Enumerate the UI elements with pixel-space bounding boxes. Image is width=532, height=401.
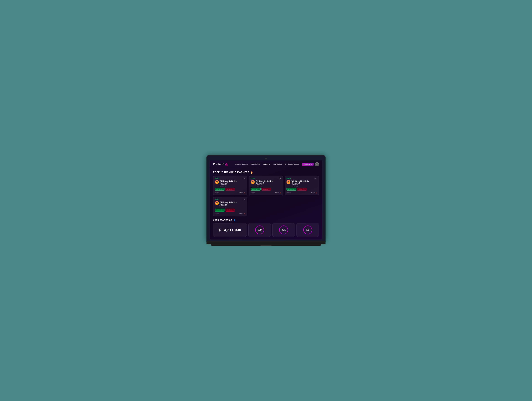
active-badge-4: Active: [215, 199, 219, 200]
stat-card-1: 130: [248, 223, 271, 237]
card-content-1: 🧑 Will Bitcoin Hit $100k In November? 4.…: [215, 180, 246, 187]
card-actions-1: 💬 412 🔖: [239, 192, 245, 194]
bet-yes-button-1[interactable]: Bet On Yes ↑: [215, 188, 225, 191]
stat-circle-3: 15: [303, 226, 312, 234]
stat-card-2: #21: [272, 223, 295, 237]
stats-icon: 👤: [233, 219, 236, 221]
card-volume-2: 4.89 ETH Vol: [256, 184, 281, 185]
card-actions-4: 💬 412 🔖: [239, 213, 245, 214]
market-card-3: Active ♡ 341 🧑 Will Bitcoin Hit $100k In…: [285, 176, 319, 195]
card-volume-4: 4.89 ETH Vol: [220, 205, 246, 206]
comment-icon-2: 💬: [275, 192, 277, 193]
camera: [266, 158, 266, 159]
bookmark-icon-4[interactable]: 🔖: [244, 213, 246, 214]
heart-icon-4: ♡: [242, 199, 243, 200]
logo-text: PredictS: [213, 163, 224, 166]
bet-no-button-1[interactable]: Bet On No ↓: [226, 188, 235, 191]
stat-circle-2: #21: [279, 226, 288, 234]
bet-yes-button-3[interactable]: Bet On Yes ↑: [286, 188, 296, 191]
card-header-3: Active ♡ 341: [286, 178, 317, 179]
card-footer-3: CRYPTO 💬 412 🔖: [286, 192, 317, 194]
market-card-2: Active ♡ 341 🧑 Will Bitcoin Hit $100k In…: [249, 176, 283, 195]
card-buttons-4: Bet On Yes ↑ Bet On No ↓: [215, 209, 246, 212]
comment-icon-4: 💬: [239, 213, 241, 214]
svg-point-2: [317, 163, 317, 164]
nav-links: CREATE MARKET DASHBOARD MARKETS PORTFOLI…: [235, 163, 299, 165]
card-info-4: Will Bitcoin Hit $100k In November? 4.89…: [220, 201, 246, 208]
nav-dashboard[interactable]: DASHBOARD: [251, 163, 260, 165]
bet-no-button-3[interactable]: Bet On No ↓: [297, 188, 307, 191]
heart-icon-1: ♡: [242, 178, 243, 179]
stats-title: USER STATISTICS 👤: [213, 219, 319, 221]
screen: PredictS CREATE MARKET DASHBOARD MARKETS…: [210, 160, 322, 239]
stat-card-total: $ 14,211,030: [213, 223, 247, 237]
card-footer-1: CRYPTO 💬 412 🔖: [215, 192, 246, 194]
wallet-button[interactable]: 0xA7g1/80Q...: [302, 163, 314, 166]
nav-markets[interactable]: MARKETS: [263, 163, 270, 165]
avatar-icon: [316, 163, 318, 165]
bet-no-button-4[interactable]: Bet On No ↓: [226, 209, 235, 212]
comment-count-2: 💬 412: [275, 192, 279, 193]
card-footer-2: CRYPTO 💬 412 🔖: [251, 192, 281, 194]
comment-icon-3: 💬: [311, 192, 313, 193]
stat-total-value: $ 14,211,030: [218, 228, 241, 232]
stat-card-3: 15: [297, 223, 319, 237]
markets-grid-bottom: Active ♡ 341 🧑 Will Bitcoin Hit $100k In…: [213, 197, 319, 216]
bet-no-button-2[interactable]: Bet On No ↓: [261, 188, 271, 191]
navigation: PredictS CREATE MARKET DASHBOARD MARKETS…: [210, 160, 322, 168]
market-card-1: Active ♡ 341 🧑 Will Bitcoin Hit $100k In…: [213, 176, 247, 195]
stats-grid: $ 14,211,030 130 #21: [213, 223, 319, 237]
card-info-2: Will Bitcoin Hit $100k In November? 4.89…: [256, 180, 281, 187]
bookmark-icon-3[interactable]: 🔖: [316, 192, 317, 194]
bookmark-icon-2[interactable]: 🔖: [279, 192, 281, 194]
card-title-1: Will Bitcoin Hit $100k In November?: [220, 180, 246, 184]
comment-count-4: 💬 412: [239, 213, 243, 214]
card-title-3: Will Bitcoin Hit $100k In November?: [291, 180, 317, 184]
heart-icon-2: ♡: [278, 178, 279, 179]
card-actions-2: 💬 412 🔖: [275, 192, 281, 194]
card-volume-3: 4.89 ETH Vol: [291, 184, 317, 185]
comment-count-3: 💬 412: [311, 192, 315, 193]
markets-grid-top: Active ♡ 341 🧑 Will Bitcoin Hit $100k In…: [213, 176, 319, 195]
nav-create-market[interactable]: CREATE MARKET: [235, 163, 248, 165]
laptop-container: PredictS CREATE MARKET DASHBOARD MARKETS…: [206, 155, 326, 246]
active-badge-1: Active: [215, 178, 219, 179]
bookmark-icon-1[interactable]: 🔖: [244, 192, 246, 194]
card-category-1: CRYPTO: [215, 192, 219, 193]
card-volume-1: 4.89 ETH Vol: [220, 184, 246, 185]
card-category-4: CRYPTO: [215, 213, 219, 214]
trending-section-title: RECENT TRENDING MARKETS 🔥: [213, 171, 319, 174]
heart-icon-3: ♡: [314, 178, 315, 179]
card-buttons-1: Bet On Yes ↑ Bet On No ↓: [215, 188, 246, 191]
like-count-2: ♡ 341: [278, 178, 281, 179]
card-volume-usd-3: ($554,874.86): [291, 186, 317, 187]
card-info-3: Will Bitcoin Hit $100k In November? 4.89…: [291, 180, 317, 187]
market-card-4: Active ♡ 341 🧑 Will Bitcoin Hit $100k In…: [213, 197, 247, 216]
avatar[interactable]: [315, 162, 319, 166]
card-avatar-4: 🧑: [215, 201, 219, 205]
bet-yes-button-2[interactable]: Bet On Yes ↑: [251, 188, 261, 191]
card-title-2: Will Bitcoin Hit $100k In November?: [256, 180, 281, 184]
card-header-2: Active ♡ 341: [251, 178, 281, 179]
card-actions-3: 💬 412 🔖: [311, 192, 317, 194]
card-content-3: 🧑 Will Bitcoin Hit $100k In November? 4.…: [286, 180, 317, 187]
card-footer-4: CRYPTO 💬 412 🔖: [215, 213, 246, 214]
laptop-base: [206, 241, 326, 244]
like-count-1: ♡ 341: [242, 178, 245, 179]
card-title-4: Will Bitcoin Hit $100k In November?: [220, 201, 246, 205]
like-count-3: ♡ 341: [314, 178, 317, 179]
card-avatar-1: 🧑: [215, 180, 219, 184]
card-content-2: 🧑 Will Bitcoin Hit $100k In November? 4.…: [251, 180, 281, 187]
active-badge-3: Active: [286, 178, 291, 179]
card-header-1: Active ♡ 341: [215, 178, 246, 179]
nav-portfolio[interactable]: PORTFOLIO: [273, 163, 282, 165]
nav-nft-marketplace[interactable]: NFT MARKETPLACE: [285, 163, 299, 165]
bet-yes-button-4[interactable]: Bet On Yes ↑: [215, 209, 225, 212]
laptop-bottom: [211, 244, 321, 246]
card-buttons-2: Bet On Yes ↑ Bet On No ↓: [251, 188, 281, 191]
logo: PredictS: [213, 163, 228, 166]
comment-icon-1: 💬: [239, 192, 241, 193]
logo-icon: [225, 163, 228, 166]
card-volume-usd-2: ($554,874.86): [256, 186, 281, 187]
main-content: RECENT TRENDING MARKETS 🔥 Active ♡: [210, 168, 322, 239]
